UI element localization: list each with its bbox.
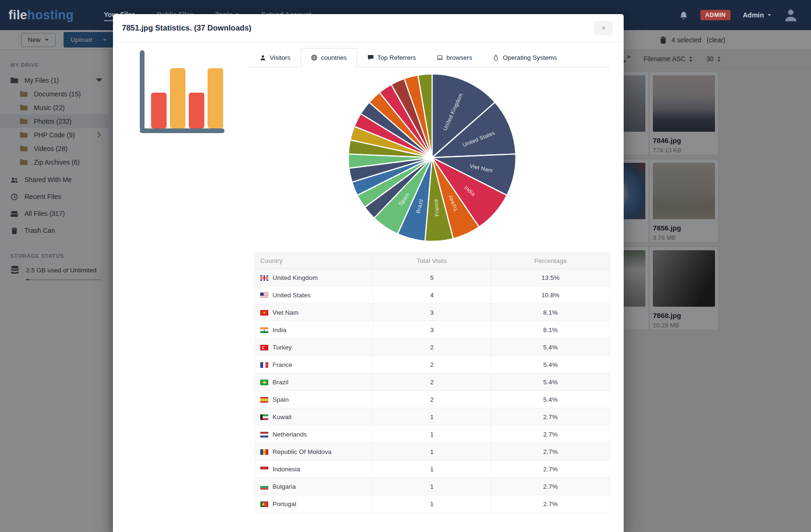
logo-text-file: file [8,8,27,22]
flag-br-icon [260,380,268,385]
visits-cell: 2 [373,391,491,408]
visits-cell: 2 [373,339,491,356]
country-name: Bulgaria [273,483,296,490]
table-row: Turkey25.4% [255,339,610,356]
visits-cell: 1 [373,495,491,513]
country-name: United States [273,292,311,299]
percentage-cell: 2.7% [491,443,610,461]
table-row: Spain25.4% [255,391,610,408]
flag-tr-icon [260,345,268,350]
tab-label: Top Referrers [377,54,416,61]
percentage-cell: 5.4% [491,339,610,356]
logo-text-hosting: hosting [27,8,74,22]
country-cell: Bulgaria [255,478,373,495]
country-name: United Kingdom [273,274,318,281]
droplet-icon [493,55,499,61]
column-header-percentage: Percentage [491,253,610,269]
flag-us-icon [260,293,268,298]
graphic-bar [170,68,185,128]
stats-tabs: VisitorscountriesTop ReferrersbrowsersOp… [249,48,610,67]
tab-label: browsers [447,54,473,61]
country-name: Spain [273,396,289,403]
tab-visitors[interactable]: Visitors [249,48,301,67]
country-cell: Kuwait [255,408,373,426]
percentage-cell: 2.7% [491,426,610,443]
country-cell: Netherlands [255,426,373,443]
country-name: Viet Nam [273,309,298,316]
country-name: Kuwait [273,413,292,421]
country-cell: Brazil [255,373,373,391]
percentage-cell: 13.5% [491,269,610,286]
percentage-cell: 5.4% [491,356,610,373]
table-row: Republic Of Moldova12.7% [255,443,610,461]
chevron-down-icon [767,14,771,16]
flag-es-icon [260,397,268,403]
admin-badge: ADMIN [700,10,731,20]
table-row: Bulgaria12.7% [255,478,610,495]
flag-gb-icon [260,275,268,281]
close-button[interactable]: × [594,21,612,35]
modal-title: 7851.jpg Statistics. (37 Downloads) [122,24,251,32]
column-header-country: Country [255,253,373,269]
tab-label: Operating Systems [503,54,557,61]
country-cell: Republic Of Moldova [255,443,373,461]
globe-icon [311,55,317,61]
tab-label: countries [321,54,347,61]
user-menu[interactable]: Admin [743,11,771,19]
table-row: Viet Nam38.1% [255,304,610,321]
country-cell: United Kingdom [255,269,373,286]
percentage-cell: 2.7% [491,478,610,495]
bell-icon[interactable] [679,11,688,20]
percentage-cell: 2.7% [491,408,610,426]
country-name: Netherlands [273,431,307,438]
percentage-cell: 2.7% [491,461,610,478]
header-right: ADMIN Admin [679,8,798,22]
visits-cell: 5 [373,269,491,286]
user-menu-label: Admin [743,11,764,19]
laptop-icon [437,55,443,61]
country-cell: Viet Nam [255,304,373,321]
table-row: Portugal12.7% [255,495,610,513]
user-icon [260,55,266,61]
country-cell: Turkey [255,339,373,356]
table-row: Brazil25.4% [255,373,610,391]
table-row: United States410.8% [255,286,610,304]
flag-pt-icon [260,501,268,507]
tab-countries[interactable]: countries [301,48,357,67]
percentage-cell: 5.4% [491,391,610,408]
visits-cell: 1 [373,478,491,495]
graphic-y-axis [140,50,145,130]
country-cell: Spain [255,391,373,408]
flag-bg-icon [260,484,268,490]
column-header-total-visits: Total Visits [373,253,491,269]
avatar[interactable] [784,8,798,22]
visits-cell: 2 [373,373,491,391]
table-row: India38.1% [255,321,610,339]
country-cell: India [255,321,373,339]
country-name: Indonesia [273,466,300,473]
app-logo: filehosting [8,8,74,23]
country-name: Republic Of Moldova [273,448,331,455]
table-row: Indonesia12.7% [255,461,610,478]
close-icon: × [601,24,605,32]
visits-cell: 1 [373,461,491,478]
countries-pie-chart: United KingdomUnited StatesViet NamIndia… [343,68,522,247]
table-row: France25.4% [255,356,610,373]
table-row: United Kingdom513.5% [255,269,610,286]
graphic-bar [189,93,204,128]
visits-cell: 4 [373,286,491,304]
tab-browsers[interactable]: browsers [426,48,483,67]
table-row: Netherlands12.7% [255,426,610,443]
percentage-cell: 5.4% [491,373,610,391]
tab-operating-systems[interactable]: Operating Systems [482,48,567,67]
tab-top-referrers[interactable]: Top Referrers [357,48,426,67]
percentage-cell: 10.8% [491,286,610,304]
comment-icon [368,55,374,61]
country-name: India [273,326,286,333]
country-name: Portugal [273,500,296,508]
visits-cell: 2 [373,356,491,373]
country-name: France [273,361,292,368]
flag-in-icon [260,327,268,333]
visits-cell: 1 [373,426,491,443]
percentage-cell: 2.7% [491,495,610,513]
